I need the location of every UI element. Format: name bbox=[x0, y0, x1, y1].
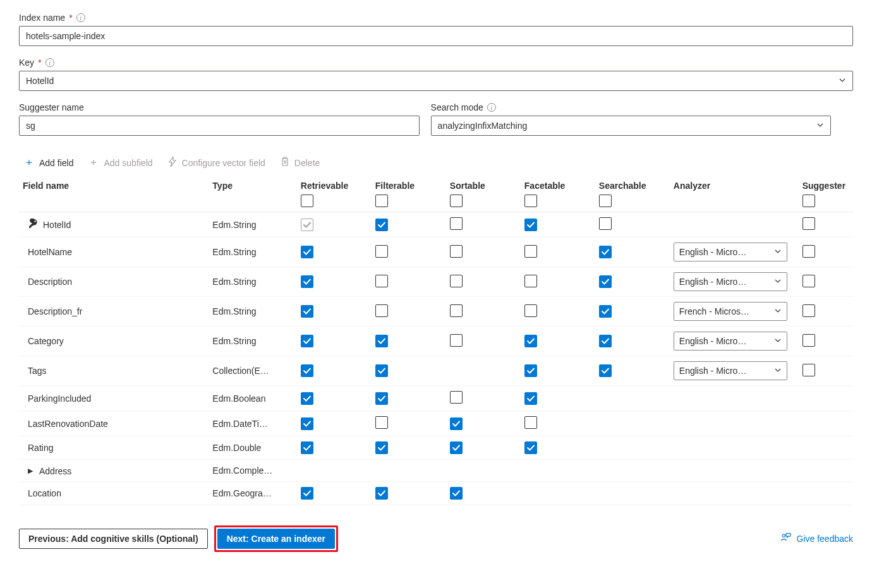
retrievable-checkbox[interactable] bbox=[301, 246, 313, 258]
chevron-down-icon bbox=[774, 277, 782, 287]
sortable-checkbox[interactable] bbox=[450, 417, 463, 430]
retrievable-checkbox[interactable] bbox=[301, 417, 313, 430]
suggester-checkbox[interactable] bbox=[802, 217, 815, 230]
col-type: Type bbox=[212, 181, 233, 191]
retrievable-checkbox[interactable] bbox=[301, 335, 313, 347]
filterable-header-checkbox[interactable] bbox=[375, 195, 388, 207]
field-type: Edm.String bbox=[212, 220, 256, 230]
facetable-checkbox[interactable] bbox=[524, 392, 537, 405]
sortable-header-checkbox[interactable] bbox=[450, 195, 463, 207]
search-mode-select[interactable]: analyzingInfixMatching bbox=[431, 116, 832, 136]
retrievable-checkbox[interactable] bbox=[301, 305, 313, 318]
suggester-header-checkbox[interactable] bbox=[802, 195, 815, 207]
retrievable-checkbox[interactable] bbox=[301, 441, 313, 454]
sortable-checkbox[interactable] bbox=[450, 391, 463, 404]
searchable-header-checkbox[interactable] bbox=[599, 195, 612, 207]
searchable-checkbox[interactable] bbox=[599, 364, 612, 377]
info-icon[interactable]: i bbox=[487, 103, 496, 112]
fields-table: Field name Type Retrievable Filterable S… bbox=[19, 176, 853, 505]
facetable-checkbox[interactable] bbox=[524, 335, 537, 347]
previous-button[interactable]: Previous: Add cognitive skills (Optional… bbox=[19, 529, 208, 549]
sortable-checkbox[interactable] bbox=[450, 334, 463, 347]
info-icon[interactable]: i bbox=[45, 58, 54, 67]
analyzer-select[interactable]: English - Micro… bbox=[674, 272, 787, 291]
searchable-checkbox[interactable] bbox=[599, 305, 612, 318]
searchable-checkbox[interactable] bbox=[599, 217, 612, 230]
searchable-checkbox[interactable] bbox=[599, 246, 612, 258]
required-asterisk: * bbox=[38, 57, 41, 68]
index-name-input[interactable] bbox=[19, 26, 853, 46]
facetable-checkbox[interactable] bbox=[524, 275, 537, 287]
retrievable-checkbox[interactable] bbox=[301, 487, 313, 500]
next-button-highlight: Next: Create an indexer bbox=[214, 525, 338, 552]
next-button[interactable]: Next: Create an indexer bbox=[217, 529, 335, 549]
facetable-checkbox[interactable] bbox=[524, 245, 537, 258]
sortable-checkbox[interactable] bbox=[450, 275, 463, 287]
table-row: Description_frEdm.StringFrench - Micros… bbox=[19, 297, 853, 327]
wizard-footer: Previous: Add cognitive skills (Optional… bbox=[19, 523, 853, 552]
suggester-checkbox[interactable] bbox=[802, 364, 815, 376]
suggester-checkbox[interactable] bbox=[802, 275, 815, 287]
table-row: RatingEdm.Double bbox=[19, 436, 853, 460]
chevron-down-icon bbox=[839, 76, 846, 86]
key-select[interactable]: HotelId bbox=[19, 71, 853, 91]
filterable-checkbox[interactable] bbox=[375, 304, 388, 317]
suggester-checkbox[interactable] bbox=[802, 334, 815, 347]
analyzer-select[interactable]: English - Micro… bbox=[674, 243, 787, 261]
trash-icon bbox=[281, 157, 289, 169]
col-analyzer: Analyzer bbox=[674, 181, 710, 191]
facetable-header-checkbox[interactable] bbox=[524, 195, 537, 207]
facetable-checkbox[interactable] bbox=[524, 441, 537, 454]
filterable-checkbox[interactable] bbox=[375, 487, 388, 500]
suggester-checkbox[interactable] bbox=[802, 245, 815, 258]
field-name: ▶Address bbox=[23, 466, 71, 476]
field-type: Edm.DateTi… bbox=[212, 419, 267, 429]
filterable-checkbox[interactable] bbox=[375, 245, 388, 258]
sortable-checkbox[interactable] bbox=[450, 245, 463, 258]
retrievable-header-checkbox[interactable] bbox=[301, 195, 313, 207]
field-type: Edm.Geogra… bbox=[212, 488, 271, 498]
search-mode-label: Search mode bbox=[431, 102, 483, 112]
facetable-checkbox[interactable] bbox=[524, 364, 537, 377]
col-retrievable: Retrievable bbox=[301, 181, 348, 191]
facetable-checkbox[interactable] bbox=[524, 219, 537, 231]
chevron-down-icon bbox=[774, 306, 782, 316]
suggester-checkbox[interactable] bbox=[802, 304, 815, 317]
filterable-checkbox[interactable] bbox=[375, 219, 388, 231]
plus-icon: ＋ bbox=[88, 156, 99, 169]
searchable-checkbox[interactable] bbox=[599, 335, 612, 347]
field-name: Tags bbox=[23, 366, 47, 376]
filterable-checkbox[interactable] bbox=[375, 392, 388, 405]
filterable-checkbox[interactable] bbox=[375, 275, 388, 287]
analyzer-value: English - Micro… bbox=[679, 366, 747, 376]
suggester-name-input[interactable] bbox=[19, 116, 420, 136]
analyzer-select[interactable]: English - Micro… bbox=[674, 361, 787, 380]
retrievable-checkbox[interactable] bbox=[301, 364, 313, 377]
sortable-checkbox[interactable] bbox=[450, 304, 463, 317]
retrievable-checkbox[interactable] bbox=[301, 392, 313, 405]
sortable-checkbox[interactable] bbox=[450, 217, 463, 230]
field-name: Description bbox=[23, 277, 72, 287]
give-feedback-link[interactable]: Give feedback bbox=[780, 532, 854, 545]
sortable-checkbox[interactable] bbox=[450, 487, 463, 500]
table-row: CategoryEdm.StringEnglish - Micro… bbox=[19, 327, 853, 356]
chevron-down-icon bbox=[774, 247, 782, 257]
suggester-name-label: Suggester name bbox=[19, 102, 84, 112]
add-field-button[interactable]: ＋ Add field bbox=[24, 156, 73, 169]
facetable-checkbox[interactable] bbox=[524, 304, 537, 317]
analyzer-select[interactable]: French - Micros… bbox=[674, 302, 787, 321]
filterable-checkbox[interactable] bbox=[375, 441, 388, 454]
field-type: Collection(E… bbox=[212, 366, 269, 376]
facetable-checkbox[interactable] bbox=[524, 416, 537, 429]
analyzer-select[interactable]: English - Micro… bbox=[674, 332, 787, 351]
expand-icon[interactable]: ▶ bbox=[28, 467, 33, 475]
info-icon[interactable]: i bbox=[76, 13, 85, 22]
add-subfield-button: ＋ Add subfield bbox=[88, 156, 152, 169]
filterable-checkbox[interactable] bbox=[375, 364, 388, 377]
filterable-checkbox[interactable] bbox=[375, 416, 388, 429]
retrievable-checkbox[interactable] bbox=[301, 275, 313, 288]
field-type: Edm.Comple… bbox=[212, 465, 272, 476]
sortable-checkbox[interactable] bbox=[450, 441, 463, 454]
searchable-checkbox[interactable] bbox=[599, 275, 612, 288]
filterable-checkbox[interactable] bbox=[375, 335, 388, 347]
